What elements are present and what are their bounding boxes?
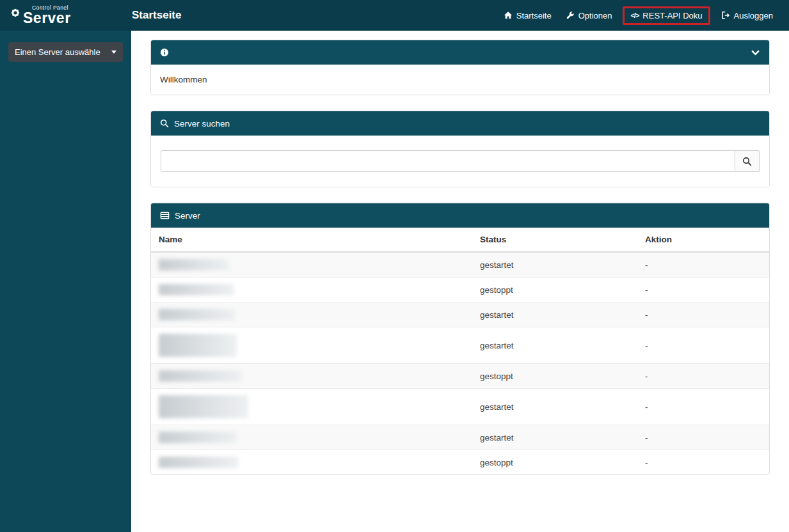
- server-name-redacted: [159, 309, 235, 320]
- code-icon: </>: [630, 12, 639, 19]
- server-aktion: -: [637, 252, 769, 278]
- search-panel-header: Server suchen: [151, 111, 769, 136]
- server-table-body: gestartet-gestoppt-gestartet-gestartet-g…: [151, 252, 769, 474]
- table-header-row: Name Status Aktion: [151, 228, 769, 252]
- search-button[interactable]: [735, 150, 760, 172]
- server-status: gestartet: [472, 302, 637, 327]
- page-title: Startseite: [131, 9, 181, 22]
- server-name-redacted: [159, 432, 237, 443]
- home-icon: [504, 11, 513, 20]
- server-name-redacted: [159, 370, 242, 382]
- chevron-down-icon[interactable]: [751, 48, 760, 58]
- table-row: gestartet-: [151, 302, 769, 327]
- navbar-links: Startseite Optionen </> REST-API Doku: [497, 6, 789, 25]
- column-header-aktion: Aktion: [637, 228, 769, 252]
- server-name-redacted: [159, 284, 234, 295]
- info-panel: Willkommen: [150, 40, 770, 95]
- server-status: gestartet: [472, 327, 637, 364]
- search-panel-title: Server suchen: [174, 119, 230, 129]
- server-status: gestoppt: [472, 278, 637, 302]
- logout-icon: [721, 11, 730, 20]
- server-panel: Server Name Status Aktion gestartet-gest…: [150, 203, 770, 475]
- nav-item-rest-api-doku[interactable]: </> REST-API Doku: [623, 6, 710, 25]
- nav-item-ausloggen[interactable]: Ausloggen: [714, 6, 780, 24]
- nav-item-optionen[interactable]: Optionen: [559, 6, 619, 24]
- server-aktion: -: [637, 327, 769, 364]
- server-name-redacted: [159, 395, 248, 418]
- wrench-icon: [566, 11, 575, 20]
- server-select-label: Einen Server auswähle: [15, 47, 100, 57]
- search-panel-body: [151, 136, 769, 187]
- search-input-group: [161, 150, 760, 172]
- welcome-text: Willkommen: [151, 65, 769, 95]
- server-aktion: -: [637, 302, 769, 327]
- top-navbar: Control Panel Server Startseite Startsei…: [0, 0, 789, 31]
- table-row: gestartet-: [151, 389, 769, 425]
- column-header-status: Status: [472, 228, 637, 252]
- server-status: gestartet: [472, 389, 637, 425]
- table-row: gestoppt-: [151, 278, 769, 302]
- info-icon: [160, 48, 169, 57]
- nav-item-label: Ausloggen: [734, 12, 773, 20]
- table-row: gestoppt-: [151, 364, 769, 389]
- gear-icon: [10, 8, 20, 18]
- server-status: gestoppt: [472, 450, 637, 475]
- search-input[interactable]: [161, 150, 735, 172]
- server-panel-title: Server: [175, 211, 200, 221]
- server-status: gestartet: [472, 425, 637, 450]
- column-header-name: Name: [151, 228, 472, 252]
- table-row: gestoppt-: [151, 450, 769, 475]
- table-row: gestartet-: [151, 327, 769, 364]
- brand-text: Control Panel Server: [23, 5, 71, 26]
- brand-logo[interactable]: Control Panel Server: [0, 0, 131, 31]
- server-aktion: -: [637, 450, 769, 475]
- server-select-dropdown[interactable]: Einen Server auswähle: [8, 42, 123, 62]
- server-name-redacted: [159, 259, 229, 270]
- server-status: gestoppt: [472, 364, 637, 389]
- table-row: gestartet-: [151, 425, 769, 450]
- server-status: gestartet: [472, 252, 637, 278]
- server-name-redacted: [159, 457, 238, 468]
- server-table: Name Status Aktion gestartet-gestoppt-ge…: [151, 228, 769, 474]
- sidebar: Einen Server auswähle: [0, 31, 131, 532]
- table-icon: [160, 211, 170, 220]
- server-panel-header: Server: [151, 203, 769, 228]
- app-window: Control Panel Server Startseite Startsei…: [0, 0, 789, 532]
- server-name-redacted: [159, 334, 237, 357]
- nav-item-startseite[interactable]: Startseite: [497, 6, 559, 24]
- search-icon: [160, 119, 169, 128]
- server-aktion: -: [637, 389, 769, 425]
- brand-title: Server: [23, 11, 71, 26]
- server-aktion: -: [637, 364, 769, 389]
- nav-item-label: Optionen: [578, 12, 612, 20]
- nav-item-label: Startseite: [516, 12, 552, 20]
- main-content: Willkommen Server suchen: [131, 31, 789, 532]
- server-aktion: -: [637, 278, 769, 302]
- search-panel: Server suchen: [150, 111, 770, 187]
- caret-down-icon: [111, 51, 116, 54]
- nav-item-label: REST-API Doku: [642, 12, 702, 20]
- info-panel-header: [151, 40, 769, 65]
- server-aktion: -: [637, 425, 769, 450]
- table-row: gestartet-: [151, 252, 769, 278]
